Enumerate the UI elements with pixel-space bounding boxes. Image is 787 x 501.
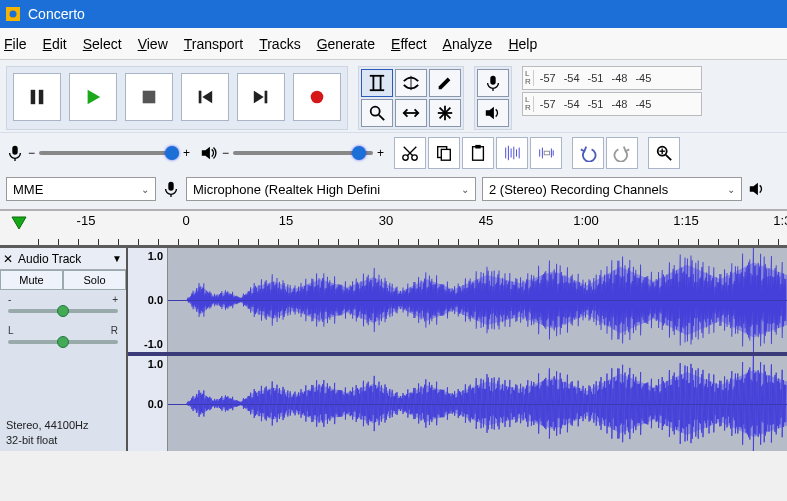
toolbars: LR -57-54-51-48-45 LR -57-54-51-48-45 −: [0, 60, 787, 210]
track-info: Stereo, 44100Hz 32-bit float: [0, 414, 126, 451]
svg-marker-4: [88, 90, 101, 104]
timeline[interactable]: -1501530451:001:151:301:4: [0, 210, 787, 248]
menubar: File Edit Select View Transport Tracks G…: [0, 28, 787, 60]
redo-icon: [613, 144, 631, 162]
svg-rect-55: [168, 182, 173, 191]
waveform-right[interactable]: [168, 356, 787, 451]
menu-view[interactable]: View: [138, 36, 168, 52]
svg-marker-31: [202, 147, 210, 160]
svg-rect-5: [143, 91, 156, 104]
host-selector-value: MME: [13, 182, 43, 197]
meter-icons: [474, 66, 512, 130]
pan-slider[interactable]: LR: [0, 321, 126, 352]
menu-file[interactable]: File: [4, 36, 27, 52]
copy-button[interactable]: [428, 137, 460, 169]
svg-point-1: [10, 11, 17, 18]
track-menu-dropdown[interactable]: ▼: [108, 253, 126, 264]
trim-button[interactable]: [496, 137, 528, 169]
chevron-down-icon: ⌄: [461, 184, 469, 195]
cut-button[interactable]: [394, 137, 426, 169]
zoom-tool[interactable]: [361, 99, 393, 127]
svg-marker-28: [486, 107, 494, 120]
playhead-marker[interactable]: [0, 211, 38, 245]
record-volume-slider[interactable]: − +: [6, 144, 190, 162]
svg-point-17: [371, 107, 380, 116]
menu-transport[interactable]: Transport: [184, 36, 243, 52]
record-button[interactable]: [293, 73, 341, 121]
pencil-icon: [436, 74, 454, 92]
play-volume-slider[interactable]: − +: [200, 144, 384, 162]
zoom-in-icon: [655, 144, 673, 162]
svg-marker-8: [254, 91, 264, 104]
pause-button[interactable]: [13, 73, 61, 121]
record-meter[interactable]: LR -57-54-51-48-45: [522, 66, 702, 90]
zoom-toolbar: [648, 137, 680, 169]
mute-button[interactable]: Mute: [0, 270, 63, 290]
menu-select[interactable]: Select: [83, 36, 122, 52]
stop-button[interactable]: [125, 73, 173, 121]
record-device-value: Microphone (Realtek High Defini: [193, 182, 380, 197]
record-meter-icon[interactable]: [477, 69, 509, 97]
record-device-selector[interactable]: Microphone (Realtek High Defini⌄: [186, 177, 476, 201]
track-name[interactable]: Audio Track: [16, 252, 108, 266]
zoom-in-button[interactable]: [648, 137, 680, 169]
copy-icon: [435, 144, 453, 162]
menu-analyze[interactable]: Analyze: [443, 36, 493, 52]
redo-button[interactable]: [606, 137, 638, 169]
channels-value: 2 (Stereo) Recording Channels: [489, 182, 668, 197]
magnifier-icon: [368, 104, 386, 122]
tools-grid: [358, 66, 464, 130]
menu-generate[interactable]: Generate: [317, 36, 375, 52]
play-meter[interactable]: LR -57-54-51-48-45: [522, 92, 702, 116]
app-logo-icon: [6, 7, 20, 21]
multi-tool[interactable]: [429, 99, 461, 127]
time-ruler[interactable]: -1501530451:001:151:301:4: [38, 211, 787, 245]
timeshift-tool[interactable]: [395, 99, 427, 127]
silence-button[interactable]: [530, 137, 562, 169]
titlebar: Concerto: [0, 0, 787, 28]
meters: LR -57-54-51-48-45 LR -57-54-51-48-45: [522, 66, 702, 130]
undo-button[interactable]: [572, 137, 604, 169]
close-track-button[interactable]: ✕: [0, 252, 16, 266]
speaker-icon: [200, 144, 218, 162]
svg-rect-48: [544, 151, 549, 155]
svg-rect-3: [39, 90, 44, 104]
waveform-left[interactable]: [168, 248, 787, 352]
svg-rect-2: [31, 90, 36, 104]
clipboard-icon: [469, 144, 487, 162]
channels-selector[interactable]: 2 (Stereo) Recording Channels⌄: [482, 177, 742, 201]
gain-slider[interactable]: -+: [0, 290, 126, 321]
draw-tool[interactable]: [429, 69, 461, 97]
menu-effect[interactable]: Effect: [391, 36, 427, 52]
play-meter-icon[interactable]: [477, 99, 509, 127]
transport-toolbar: [6, 66, 348, 130]
skip-end-button[interactable]: [237, 73, 285, 121]
svg-rect-38: [473, 147, 484, 161]
undo-toolbar: [572, 137, 638, 169]
host-selector[interactable]: MME⌄: [6, 177, 156, 201]
menu-edit[interactable]: Edit: [43, 36, 67, 52]
svg-marker-7: [202, 91, 212, 104]
waveform-area[interactable]: 1.0 0.0 -1.0 1.0 0.0: [128, 248, 787, 451]
track-area: ✕ Audio Track ▼ Mute Solo -+ LR Stereo, …: [0, 248, 787, 451]
paste-button[interactable]: [462, 137, 494, 169]
silence-icon: [537, 144, 555, 162]
svg-rect-37: [441, 149, 450, 160]
svg-marker-58: [12, 217, 26, 229]
menu-help[interactable]: Help: [508, 36, 537, 52]
menu-tracks[interactable]: Tracks: [259, 36, 301, 52]
speaker-icon: [484, 104, 502, 122]
skip-start-button[interactable]: [181, 73, 229, 121]
selection-tool[interactable]: [361, 69, 393, 97]
microphone-icon: [484, 74, 502, 92]
yaxis-right: 1.0 0.0: [128, 356, 168, 451]
window-title: Concerto: [28, 6, 85, 22]
play-button[interactable]: [69, 73, 117, 121]
svg-rect-26: [490, 76, 495, 85]
chevron-down-icon: ⌄: [727, 184, 735, 195]
svg-line-52: [666, 155, 671, 160]
solo-button[interactable]: Solo: [63, 270, 126, 290]
yaxis-left: 1.0 0.0 -1.0: [128, 248, 168, 352]
envelope-tool[interactable]: [395, 69, 427, 97]
scissors-icon: [401, 144, 419, 162]
